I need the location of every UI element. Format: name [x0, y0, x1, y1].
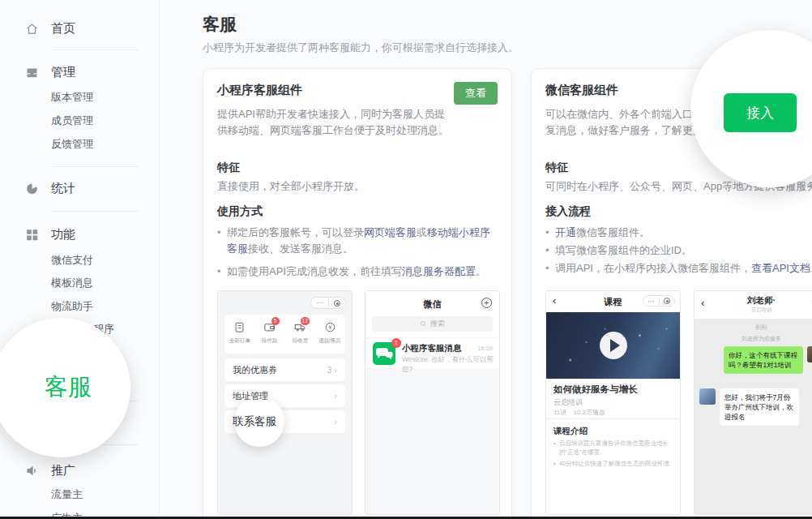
- shortcut-label: 待付款: [262, 337, 277, 344]
- bullet-text: 调用API，在小程序内接入微信客服组件，: [555, 262, 751, 274]
- bullet-text: 接收、发送客服消息。: [248, 242, 353, 255]
- sidebar-item-label: 统计: [51, 181, 75, 196]
- chat-preview: Westore: 你好，有什么可以帮您?: [402, 355, 499, 375]
- order-list-icon: [233, 321, 246, 333]
- sidebar-item-feedback-manage[interactable]: 反馈管理: [51, 135, 159, 153]
- intro-label: 课程介绍: [553, 426, 588, 437]
- order-shortcuts: 全部订单 5 待付款 12 待收货 ¥: [224, 315, 345, 354]
- sidebar-item-label: 首页: [51, 21, 75, 36]
- more-icon: ···: [643, 296, 659, 307]
- page-subtitle: 小程序为开发者提供了两种客服能力，你可根据需求自行选择接入。: [203, 41, 519, 55]
- sidebar-item-member-manage[interactable]: 成员管理: [51, 112, 159, 130]
- row-value: 3: [327, 366, 332, 375]
- wechat-list-screenshot: 微信 + 搜索 1 小程序客服消息 Westore: 你好，有什么可: [365, 290, 500, 515]
- bullet-text: 填写微信客服组件的企业ID。: [555, 244, 692, 256]
- page-title: 客服: [203, 13, 237, 36]
- activate-link[interactable]: 开通: [555, 226, 576, 238]
- chat-header: ‹ 刘老师· 云启培训 ···: [694, 291, 812, 319]
- section-divider: [546, 418, 680, 420]
- bullet-text: 微信客服组件。: [576, 226, 650, 238]
- sidebar-item-label: 功能: [51, 227, 75, 242]
- agent-message-bubble: 您好，我们将于7月份举办广州线下培训，欢迎报名: [720, 388, 799, 426]
- more-icon: ···: [311, 298, 328, 308]
- sidebar-divider: [51, 166, 139, 167]
- grid-icon: [25, 228, 39, 242]
- row-label: 联系客服: [233, 414, 276, 429]
- wechat-title: 微信: [365, 298, 499, 311]
- plus-icon: +: [481, 298, 492, 308]
- sidebar-divider: [51, 211, 139, 212]
- miniprogram-capsule: ···: [310, 297, 346, 309]
- row-label: 我的优惠券: [233, 364, 277, 376]
- bullet-text: 绑定后的客服帐号，可以登录: [227, 226, 364, 238]
- usage-bullet: 绑定后的客服帐号，可以登录网页端客服或移动端小程序客服接收、发送客服消息。: [217, 225, 498, 257]
- svg-text:¥: ¥: [328, 324, 331, 330]
- shortcut-label: 全部订单: [229, 337, 250, 344]
- system-message: 刘老师为你服务: [694, 335, 812, 343]
- sidebar-item-wechat-pay[interactable]: 微信支付: [51, 251, 159, 269]
- mini-program-service-card: 小程序客服组件 提供API帮助开发者快速接入，同时为客服人员提供移动端、网页端客…: [203, 68, 512, 519]
- sidebar-item-features[interactable]: 功能: [25, 224, 159, 245]
- badge: 12: [301, 317, 310, 325]
- shortcut-label: 待收货: [292, 337, 307, 344]
- close-target-icon: [329, 300, 346, 307]
- connect-button[interactable]: 接入: [724, 93, 797, 132]
- coupons-row: 我的优惠券 3›: [224, 358, 345, 381]
- all-orders-item: 全部订单: [224, 315, 254, 354]
- chat-page-screenshot: ‹ 刘老师· 云启培训 ··· 刚刚 刘老师为你服务 你好，这个有线下课程吗？希…: [694, 290, 812, 515]
- video-title: 如何做好服务与增长: [553, 384, 638, 396]
- to-pay-item: 5 待付款: [254, 315, 284, 354]
- user-message-bubble: 你好，这个有线下课程吗？希望有1对1培训: [724, 346, 803, 374]
- spotlight-customer-service-item[interactable]: 客服: [45, 371, 92, 404]
- pie-chart-icon: [25, 182, 39, 195]
- sidebar-divider: [51, 49, 139, 50]
- feature-label: 特征: [217, 160, 498, 174]
- intro-bullet: 云启培训官方直播告诉你微信里商业增长的“正道”在哪里。: [553, 439, 674, 457]
- intro-bullet: 40分钟让你快速了解微信生态的商业环境: [553, 459, 674, 468]
- home-icon: [25, 22, 39, 36]
- console-app: 首页 管理 版本管理 成员管理 反馈管理 统计: [0, 0, 812, 519]
- refund-icon: ¥: [324, 321, 336, 333]
- contact-service-row: 联系客服 ›: [224, 410, 345, 433]
- close-target-icon: [660, 298, 675, 304]
- sidebar-item-manage[interactable]: 管理: [25, 62, 159, 83]
- flow-label: 接入流程: [545, 204, 812, 218]
- chevron-right-icon: ›: [334, 365, 337, 375]
- api-doc-link[interactable]: 查看API文档: [751, 262, 810, 274]
- card-title: 小程序客服组件: [217, 82, 454, 98]
- chevron-right-icon: ›: [334, 417, 337, 427]
- view-button[interactable]: 查看: [454, 82, 498, 105]
- web-service-link[interactable]: 网页端客服: [364, 226, 417, 238]
- message-server-config-link[interactable]: 消息服务器配置: [402, 265, 476, 277]
- flow-bullet: 填写微信客服组件的企业ID。: [545, 242, 812, 259]
- to-receive-item: 12 待收货: [285, 315, 315, 354]
- sidebar-item-logistics[interactable]: 物流助手: [51, 298, 159, 315]
- sidebar-item-traffic-owner[interactable]: 流量主: [51, 486, 159, 504]
- bullet-text: 或: [417, 226, 427, 238]
- agent-org: 云启培训: [694, 307, 812, 314]
- sidebar-item-label: 管理: [51, 65, 75, 80]
- search-placeholder: 搜索: [430, 319, 445, 329]
- sidebar-item-home[interactable]: 首页: [25, 18, 159, 39]
- search-icon: [420, 320, 427, 328]
- video-thumbnail: [546, 312, 680, 379]
- video-provider: 云启培训: [553, 397, 583, 408]
- search-bar: 搜索: [372, 316, 493, 332]
- sidebar-item-stats[interactable]: 统计: [25, 178, 159, 199]
- sidebar-item-promotion[interactable]: 推广: [25, 460, 159, 481]
- video-meta: 11讲 10.2万播放: [553, 408, 605, 417]
- sidebar-item-label: 推广: [51, 463, 75, 478]
- bullet-text: 。: [476, 265, 486, 277]
- flow-bullet: 开通微信客服组件。: [545, 225, 812, 241]
- sidebar-item-version-manage[interactable]: 版本管理: [51, 88, 159, 106]
- sidebar-item-template-message[interactable]: 模板消息: [51, 274, 159, 292]
- inbox-icon: [25, 66, 39, 79]
- chat-title: 小程序客服消息: [402, 343, 462, 354]
- chat-timestamp: 刚刚: [694, 324, 812, 332]
- orders-page-screenshot: ··· 全部订单 5 待付款: [217, 290, 353, 515]
- feature-text: 直接使用，对全部小程序开放。: [217, 179, 498, 194]
- unread-badge: 1: [391, 338, 401, 348]
- usage-bullet: 如需使用API完成消息收发，前往填写消息服务器配置。: [217, 264, 498, 280]
- shortcut-label: 退款/售后: [319, 337, 342, 344]
- usage-label: 使用方式: [217, 204, 498, 218]
